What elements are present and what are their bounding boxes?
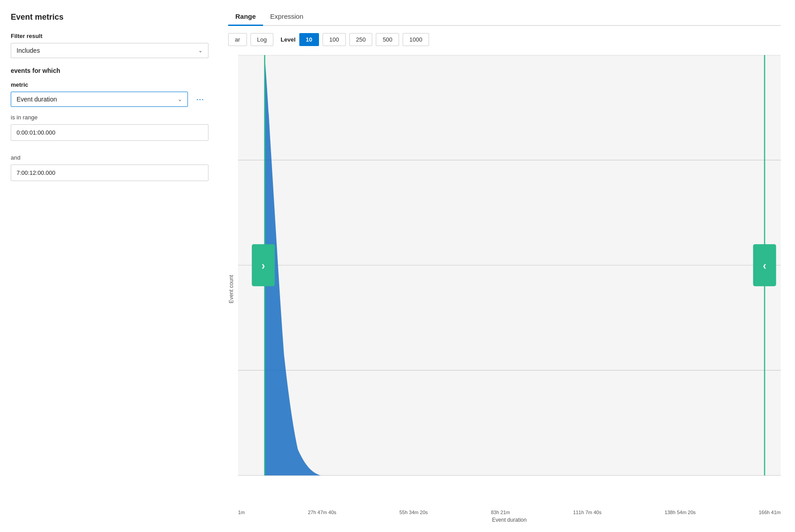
chart-controls: ar Log Level 10 100 250 500 1000 — [228, 33, 781, 46]
page-title: Event metrics — [11, 13, 208, 22]
range-group: is in range — [11, 114, 208, 147]
and-group: and — [11, 154, 208, 187]
chart-area: Event count 2000 1500 1000 500 — [228, 55, 781, 523]
svg-text:›: › — [262, 259, 265, 272]
and-label: and — [11, 154, 208, 161]
y-axis-label: Event count — [228, 275, 234, 303]
level-1000-button[interactable]: 1000 — [403, 33, 429, 46]
level-500-button[interactable]: 500 — [376, 33, 399, 46]
chart-svg: 2000 1500 1000 500 › ‹ — [238, 55, 781, 507]
metric-group: metric Event duration ⌄ ⋯ — [11, 81, 208, 107]
range-end-input[interactable] — [11, 165, 208, 181]
x-tick-0: 1m — [238, 510, 245, 515]
chevron-down-icon: ⌄ — [178, 96, 182, 102]
metric-value: Event duration — [17, 96, 57, 103]
tabs-row: Range Expression — [228, 9, 781, 26]
filter-result-group: Filter result Includes ⌄ — [11, 33, 208, 58]
range-start-input[interactable] — [11, 124, 208, 141]
more-options-button[interactable]: ⋯ — [192, 93, 208, 106]
x-tick-4: 111h 7m 40s — [573, 510, 602, 515]
events-for-which-label: events for which — [11, 67, 208, 74]
x-tick-2: 55h 34m 20s — [400, 510, 428, 515]
chart-svg-area: 2000 1500 1000 500 › ‹ — [238, 55, 781, 507]
filter-result-value: Includes — [17, 47, 40, 54]
level-100-button[interactable]: 100 — [323, 33, 346, 46]
x-tick-5: 138h 54m 20s — [664, 510, 696, 515]
filter-result-dropdown[interactable]: Includes ⌄ — [11, 43, 208, 58]
left-panel: Event metrics Filter result Includes ⌄ e… — [0, 0, 219, 532]
metric-row: Event duration ⌄ ⋯ — [11, 92, 208, 107]
svg-text:‹: ‹ — [763, 259, 766, 272]
x-axis-title: Event duration — [238, 517, 781, 523]
is-in-range-label: is in range — [11, 114, 208, 121]
metric-dropdown[interactable]: Event duration ⌄ — [11, 92, 188, 107]
chart-container: 2000 1500 1000 500 › ‹ — [238, 55, 781, 523]
right-panel: Range Expression ar Log Level 10 100 250… — [219, 0, 795, 532]
x-tick-6: 166h 41m — [759, 510, 781, 515]
level-250-button[interactable]: 250 — [349, 33, 373, 46]
scale-log-button[interactable]: Log — [251, 33, 274, 46]
metric-label: metric — [11, 81, 208, 88]
x-axis-labels: 1m 27h 47m 40s 55h 34m 20s 83h 21m 111h … — [238, 507, 781, 515]
x-tick-3: 83h 21m — [491, 510, 510, 515]
tab-range[interactable]: Range — [228, 9, 263, 26]
tab-expression[interactable]: Expression — [263, 9, 310, 26]
level-label: Level — [281, 36, 295, 43]
chevron-down-icon: ⌄ — [198, 47, 203, 54]
x-tick-1: 27h 47m 40s — [308, 510, 336, 515]
filter-result-label: Filter result — [11, 33, 208, 39]
level-10-button[interactable]: 10 — [299, 33, 319, 46]
scale-ar-button[interactable]: ar — [228, 33, 247, 46]
